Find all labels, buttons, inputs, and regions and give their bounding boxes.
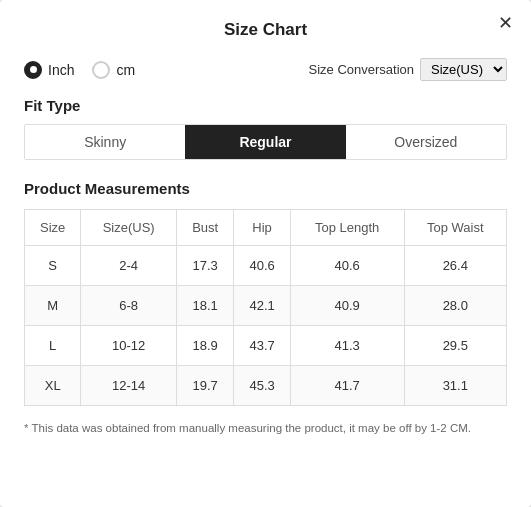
col-top-waist: Top Waist bbox=[404, 210, 506, 246]
col-size: Size bbox=[25, 210, 81, 246]
tab-oversized[interactable]: Oversized bbox=[346, 125, 506, 159]
unit-inch[interactable]: Inch bbox=[24, 61, 74, 79]
col-top-length: Top Length bbox=[290, 210, 404, 246]
unit-row: Inch cm Size Conversation Size(US) Size(… bbox=[24, 58, 507, 81]
size-conversation-select[interactable]: Size(US) Size(EU) Size(UK) bbox=[420, 58, 507, 81]
fit-type-label: Fit Type bbox=[24, 97, 507, 114]
tab-regular[interactable]: Regular bbox=[185, 125, 345, 159]
unit-options: Inch cm bbox=[24, 61, 135, 79]
size-conversation-label: Size Conversation bbox=[309, 62, 415, 77]
modal-title: Size Chart bbox=[24, 20, 507, 40]
inch-label: Inch bbox=[48, 62, 74, 78]
col-hip: Hip bbox=[234, 210, 290, 246]
table-row: XL12-1419.745.341.731.1 bbox=[25, 366, 507, 406]
table-header-row: Size Size(US) Bust Hip Top Length Top Wa… bbox=[25, 210, 507, 246]
col-bust: Bust bbox=[177, 210, 234, 246]
unit-cm[interactable]: cm bbox=[92, 61, 135, 79]
cm-label: cm bbox=[116, 62, 135, 78]
footnote: * This data was obtained from manually m… bbox=[24, 420, 507, 437]
table-row: S2-417.340.640.626.4 bbox=[25, 246, 507, 286]
table-row: M6-818.142.140.928.0 bbox=[25, 286, 507, 326]
fit-type-tabs: Skinny Regular Oversized bbox=[24, 124, 507, 160]
size-chart-modal: ✕ Size Chart Inch cm Size Conversation S… bbox=[0, 0, 531, 507]
inch-radio[interactable] bbox=[24, 61, 42, 79]
measurements-table: Size Size(US) Bust Hip Top Length Top Wa… bbox=[24, 209, 507, 406]
cm-radio[interactable] bbox=[92, 61, 110, 79]
product-measurements-title: Product Measurements bbox=[24, 180, 507, 197]
tab-skinny[interactable]: Skinny bbox=[25, 125, 185, 159]
close-button[interactable]: ✕ bbox=[498, 14, 513, 32]
col-size-us: Size(US) bbox=[81, 210, 177, 246]
size-conversation: Size Conversation Size(US) Size(EU) Size… bbox=[309, 58, 508, 81]
table-row: L10-1218.943.741.329.5 bbox=[25, 326, 507, 366]
